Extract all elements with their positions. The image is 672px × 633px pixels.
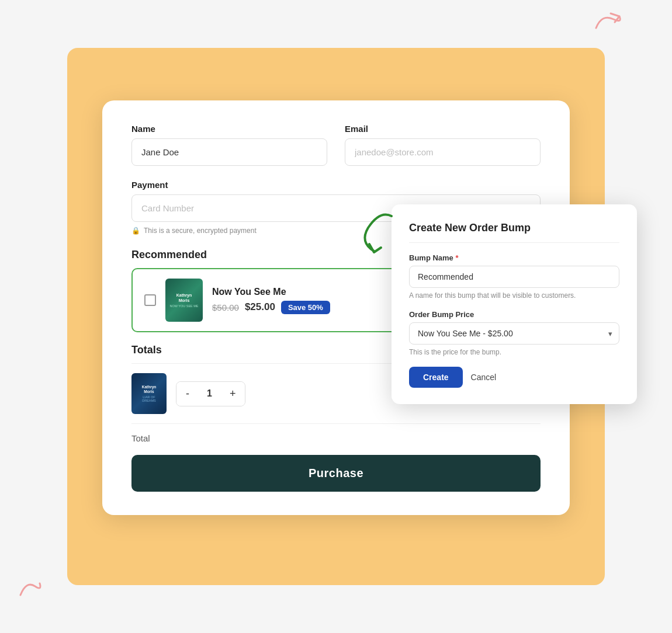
- name-label: Name: [131, 124, 327, 134]
- total-label: Total: [131, 433, 150, 443]
- bump-name-label: Bump Name *: [409, 253, 619, 262]
- book-cover-1: KathrynMoris NOW YOU SEE ME: [165, 279, 203, 322]
- bump-checkbox[interactable]: [144, 294, 156, 306]
- secure-text: This is a secure, encrypted payment: [144, 227, 257, 235]
- qty-value: 1: [199, 382, 220, 405]
- price-hint: This is the price for the bump.: [409, 348, 619, 356]
- email-label: Email: [345, 124, 541, 134]
- book-title-1: NOW YOU SEE ME: [169, 304, 198, 308]
- totals-divider-2: [131, 423, 541, 424]
- name-group: Name: [131, 124, 327, 166]
- qty-minus-button[interactable]: -: [176, 382, 199, 406]
- purchase-button[interactable]: Purchase: [131, 455, 541, 492]
- book-author-1: KathrynMoris: [176, 293, 192, 303]
- deco-top-right: [590, 11, 625, 34]
- create-button[interactable]: Create: [409, 367, 463, 388]
- price-select-wrapper: Now You See Me - $25.00 ▾: [409, 322, 619, 345]
- book-author-2: KathrynMoris: [142, 385, 157, 395]
- bump-name-hint: A name for this bump that will be visibl…: [409, 291, 619, 300]
- modal-actions: Create Cancel: [409, 367, 619, 388]
- qty-plus-button[interactable]: +: [220, 382, 245, 406]
- email-group: Email: [345, 124, 541, 166]
- qty-control: - 1 +: [176, 381, 245, 406]
- payment-label: Payment: [131, 180, 541, 190]
- old-price: $50.00: [212, 302, 239, 312]
- book-title-2: LIAR OFDREAMS: [142, 395, 156, 402]
- total-label-row: Total: [131, 433, 541, 443]
- cancel-button[interactable]: Cancel: [471, 373, 497, 382]
- green-arrow: [345, 204, 397, 263]
- name-email-row: Name Email: [131, 124, 541, 166]
- book-cover-2: KathrynMoris LIAR OFDREAMS: [131, 373, 167, 414]
- deco-bottom-left: [18, 575, 47, 598]
- price-label: Order Bump Price: [409, 310, 619, 319]
- modal-title: Create New Order Bump: [409, 222, 619, 243]
- name-input[interactable]: [131, 138, 327, 166]
- new-price: $25.00: [245, 301, 275, 313]
- required-star: *: [455, 253, 458, 262]
- bump-name-input[interactable]: [409, 266, 619, 288]
- lock-icon: 🔒: [131, 227, 140, 235]
- create-order-bump-modal: Create New Order Bump Bump Name * A name…: [392, 204, 637, 404]
- save-badge: Save 50%: [281, 301, 330, 314]
- email-input[interactable]: [345, 138, 541, 166]
- price-select[interactable]: Now You See Me - $25.00: [409, 322, 619, 345]
